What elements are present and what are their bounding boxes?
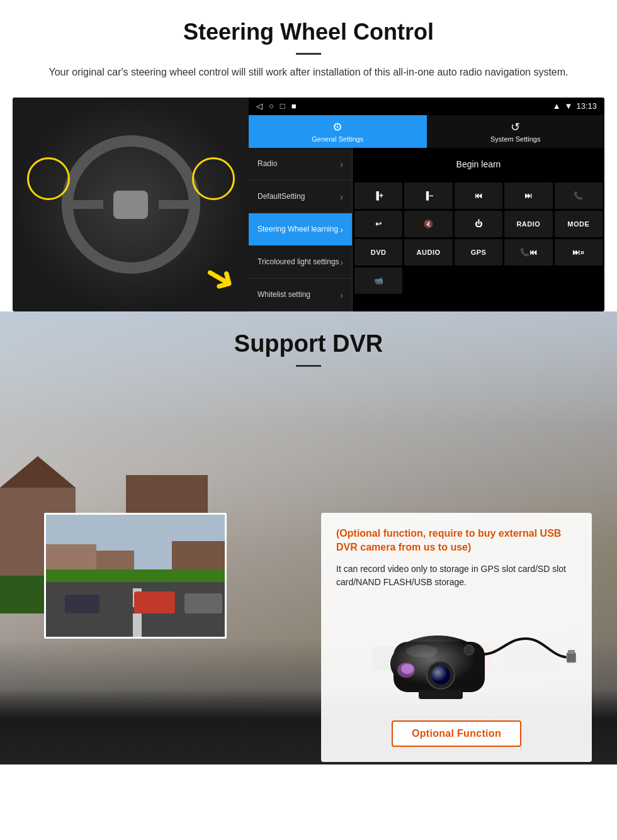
dvr-left-panel bbox=[25, 387, 321, 651]
menu-item-whitelist-label: Whitelist setting bbox=[258, 290, 310, 300]
menu-item-steering-label: Steering Wheel learning bbox=[258, 225, 338, 235]
dashcam-inner bbox=[46, 515, 225, 637]
system-settings-label: System Settings bbox=[490, 135, 540, 143]
status-bar-right: ▲ ▼ 13:13 bbox=[553, 101, 597, 111]
next-track-btn[interactable]: ⏭ bbox=[504, 182, 552, 209]
general-settings-label: General Settings bbox=[312, 135, 363, 143]
optional-function-button[interactable]: Optional Function bbox=[392, 720, 521, 747]
phone-prev-btn[interactable]: 📞⏮ bbox=[504, 239, 552, 266]
dvr-optional-text: (Optional function, require to buy exter… bbox=[336, 527, 577, 555]
android-status-bar: ◁ ○ □ ■ ▲ ▼ 13:13 bbox=[249, 98, 604, 115]
begin-learn-row: Begin learn bbox=[353, 148, 604, 181]
phone-btn[interactable]: 📞 bbox=[555, 182, 603, 209]
chevron-whitelist: › bbox=[340, 290, 343, 300]
steering-controls-col: Begin learn ▐+ ▐− ⏮ ⏭ 📞 ↩ 🔇 ⏻ RADIO MODE bbox=[353, 148, 604, 311]
camera-btn[interactable]: 📹 bbox=[354, 267, 402, 294]
steering-wheel-image: ➜ bbox=[13, 98, 249, 311]
dvr-title: Support DVR bbox=[25, 330, 592, 357]
power-btn[interactable]: ⏻ bbox=[455, 211, 502, 237]
menu-item-tricoloured[interactable]: Tricoloured light settings › bbox=[249, 246, 352, 279]
steering-description: Your original car's steering wheel contr… bbox=[38, 65, 579, 80]
gps-btn[interactable]: GPS bbox=[455, 239, 502, 266]
svg-point-16 bbox=[431, 666, 450, 685]
menu-item-steering-wheel[interactable]: Steering Wheel learning › bbox=[249, 213, 352, 246]
home-icon: ○ bbox=[269, 101, 274, 111]
menu-item-whitelist[interactable]: Whitelist setting › bbox=[249, 279, 352, 311]
spoke-right bbox=[159, 200, 196, 209]
next-next-btn[interactable]: ⏭» bbox=[555, 239, 603, 266]
android-tabs: ⚙ General Settings ↺ System Settings bbox=[249, 115, 604, 148]
menu-item-radio-label: Radio bbox=[258, 159, 277, 169]
svg-point-17 bbox=[464, 645, 474, 655]
svg-rect-9 bbox=[134, 591, 175, 613]
general-settings-icon: ⚙ bbox=[332, 120, 342, 134]
dashcam-scene-svg bbox=[46, 513, 225, 639]
menu-item-tricoloured-label: Tricoloured light settings bbox=[258, 257, 339, 267]
dvr-lower-content: (Optional function, require to buy exter… bbox=[25, 387, 592, 762]
chevron-radio: › bbox=[340, 159, 343, 169]
menu-item-default-setting[interactable]: DefaultSetting › bbox=[249, 181, 352, 213]
svg-rect-8 bbox=[65, 595, 99, 613]
prev-track-btn[interactable]: ⏮ bbox=[455, 182, 502, 209]
dvr-section: Support DVR bbox=[0, 311, 617, 764]
steering-demo-area: ➜ ◁ ○ □ ■ ▲ ▼ 13:13 ⚙ General Settings bbox=[13, 98, 604, 311]
controls-grid: ▐+ ▐− ⏮ ⏭ 📞 ↩ 🔇 ⏻ RADIO MODE DVD AUDIO G… bbox=[353, 181, 604, 296]
mode-btn[interactable]: MODE bbox=[555, 211, 603, 237]
highlight-circle-left bbox=[27, 157, 70, 200]
svg-rect-10 bbox=[184, 593, 222, 613]
svg-point-20 bbox=[401, 664, 414, 674]
dvd-btn[interactable]: DVD bbox=[354, 239, 402, 266]
hang-up-btn[interactable]: ↩ bbox=[354, 211, 402, 237]
system-settings-icon: ↺ bbox=[511, 120, 520, 134]
optional-function-btn-area: Optional Function bbox=[336, 720, 577, 747]
svg-rect-11 bbox=[567, 652, 576, 663]
wifi-icon: ▼ bbox=[565, 101, 573, 111]
mute-btn[interactable]: 🔇 bbox=[404, 211, 452, 237]
steering-divider bbox=[296, 53, 321, 55]
menu-icon: ■ bbox=[292, 101, 297, 111]
dvr-description: It can record video only to storage in G… bbox=[336, 563, 577, 590]
vol-up-btn[interactable]: ▐+ bbox=[354, 182, 402, 209]
android-menu: Radio › DefaultSetting › Steering Wheel … bbox=[249, 148, 353, 311]
steering-wheel-bg: ➜ bbox=[13, 98, 249, 311]
clock: 13:13 bbox=[576, 101, 597, 111]
status-bar-left: ◁ ○ □ ■ bbox=[256, 101, 297, 111]
android-ui-panel: ◁ ○ □ ■ ▲ ▼ 13:13 ⚙ General Settings ↺ S… bbox=[249, 98, 604, 311]
menu-item-default-label: DefaultSetting bbox=[258, 192, 305, 202]
back-icon: ◁ bbox=[256, 101, 263, 111]
svg-rect-18 bbox=[419, 690, 463, 699]
dvr-inner: Support DVR bbox=[13, 311, 604, 762]
steering-wheel-outer bbox=[62, 135, 200, 274]
svg-point-21 bbox=[406, 645, 438, 658]
tab-system-settings[interactable]: ↺ System Settings bbox=[427, 115, 605, 148]
radio-btn[interactable]: RADIO bbox=[504, 211, 552, 237]
dvr-camera-area bbox=[336, 601, 577, 708]
dvr-camera-svg bbox=[337, 601, 576, 708]
dvr-divider bbox=[296, 365, 321, 367]
tab-general-settings[interactable]: ⚙ General Settings bbox=[249, 115, 427, 148]
arrow-indicator: ➜ bbox=[196, 250, 245, 304]
vol-down-btn[interactable]: ▐− bbox=[404, 182, 452, 209]
svg-rect-4 bbox=[46, 569, 225, 582]
dvr-info-box: (Optional function, require to buy exter… bbox=[321, 513, 592, 762]
signal-icon: ▲ bbox=[553, 101, 561, 111]
begin-learn-button[interactable]: Begin learn bbox=[443, 153, 515, 176]
svg-rect-7 bbox=[133, 613, 142, 639]
chevron-tricoloured: › bbox=[340, 257, 343, 267]
spoke-left bbox=[65, 200, 103, 209]
steering-title: Steering Wheel Control bbox=[13, 19, 604, 45]
svg-rect-12 bbox=[568, 650, 575, 654]
dvr-header: Support DVR bbox=[13, 311, 604, 381]
audio-btn[interactable]: AUDIO bbox=[404, 239, 452, 266]
menu-item-radio[interactable]: Radio › bbox=[249, 148, 352, 181]
chevron-default: › bbox=[340, 192, 343, 202]
recent-icon: □ bbox=[280, 101, 285, 111]
android-content-area: Radio › DefaultSetting › Steering Wheel … bbox=[249, 148, 604, 311]
steering-wheel-center bbox=[113, 191, 148, 219]
steering-section-header: Steering Wheel Control Your original car… bbox=[0, 0, 617, 86]
chevron-steering: › bbox=[340, 225, 343, 235]
highlight-circle-right bbox=[192, 157, 235, 200]
dashcam-preview-image bbox=[44, 513, 227, 639]
